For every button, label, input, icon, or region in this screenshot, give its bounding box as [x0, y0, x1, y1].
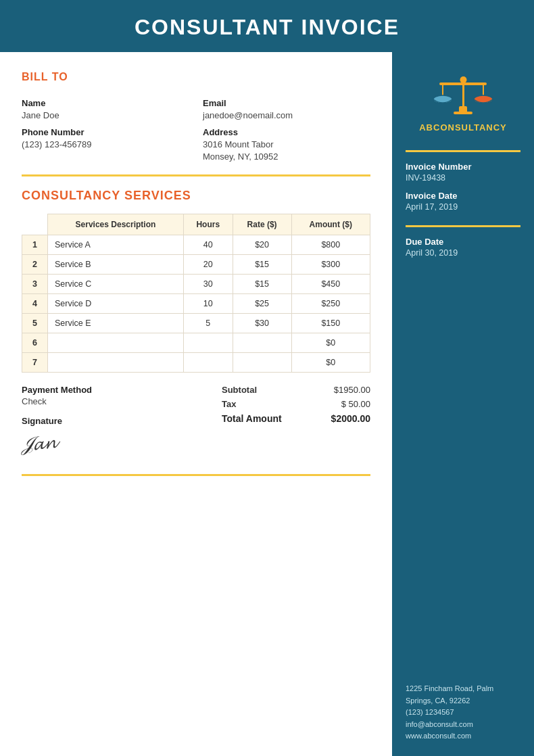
sidebar-divider-2	[406, 225, 520, 227]
row-description: Service C	[48, 274, 184, 293]
services-section: CONSULTANCY SERVICES Services Descriptio…	[22, 189, 370, 373]
logo-text: ABCONSULTANCY	[419, 122, 507, 133]
total-value: $2000.00	[323, 413, 370, 424]
email-label: Email	[203, 98, 370, 108]
left-panel: BILL TO Name Jane Doe Email janedoe@noem…	[0, 52, 392, 756]
row-number: 6	[22, 333, 48, 352]
row-rate: $15	[233, 254, 291, 274]
payment-method-value: Check	[22, 396, 222, 406]
row-number: 3	[22, 274, 48, 293]
logo-area: ABCONSULTANCY	[406, 64, 520, 133]
row-hours	[183, 333, 233, 352]
right-sidebar: ABCONSULTANCY Invoice Number INV-19438 I…	[392, 52, 534, 756]
row-description: Service D	[48, 293, 184, 313]
due-date-label: Due Date	[406, 237, 443, 247]
due-date-value: April 30, 2019	[406, 248, 458, 258]
name-label: Name	[22, 98, 189, 108]
row-hours: 40	[183, 235, 233, 254]
row-description	[48, 333, 184, 352]
row-description	[48, 352, 184, 372]
row-rate: $20	[233, 235, 291, 254]
bill-to-section: BILL TO Name Jane Doe Email janedoe@noem…	[22, 71, 370, 164]
row-description: Service B	[48, 254, 184, 274]
total-row: Total Amount $2000.00	[222, 413, 370, 424]
phone-value: (123) 123-456789	[22, 139, 189, 151]
footer-address: 1225 Fincham Road, Palm Springs, CA, 922…	[406, 683, 520, 742]
table-row: 4Service D10$25$250	[22, 293, 370, 313]
signature-image: 𝒥𝓪𝓷	[21, 431, 56, 456]
services-title: CONSULTANCY SERVICES	[22, 189, 370, 203]
row-number: 7	[22, 352, 48, 372]
row-amount: $0	[291, 333, 370, 352]
row-hours: 20	[183, 254, 233, 274]
phone-label: Phone Number	[22, 127, 189, 137]
table-row: 5Service E5$30$150	[22, 313, 370, 333]
subtotal-row: Subtotal $1950.00	[222, 385, 370, 395]
email-value: janedoe@noemail.com	[203, 110, 370, 122]
row-number: 5	[22, 313, 48, 333]
main-layout: BILL TO Name Jane Doe Email janedoe@noem…	[0, 52, 534, 756]
col-hours: Hours	[183, 214, 233, 235]
tax-value: $ 50.00	[323, 399, 370, 409]
sidebar-footer: 1225 Fincham Road, Palm Springs, CA, 922…	[406, 663, 520, 742]
total-label: Total Amount	[222, 413, 282, 424]
row-amount: $450	[291, 274, 370, 293]
col-description: Services Description	[48, 214, 184, 235]
row-description: Service E	[48, 313, 184, 333]
page-header: CONSULTANT INVOICE	[0, 0, 534, 52]
table-row: 2Service B20$15$300	[22, 254, 370, 274]
row-amount: $800	[291, 235, 370, 254]
row-amount: $300	[291, 254, 370, 274]
signature-label: Signature	[22, 416, 222, 426]
col-rate: Rate ($)	[233, 214, 291, 235]
table-row: 6$0	[22, 333, 370, 352]
table-row: 1Service A40$20$800	[22, 235, 370, 254]
row-description: Service A	[48, 235, 184, 254]
col-amount: Amount ($)	[291, 214, 370, 235]
bill-to-grid: Name Jane Doe Email janedoe@noemail.com …	[22, 93, 370, 164]
row-rate	[233, 333, 291, 352]
row-amount: $150	[291, 313, 370, 333]
tax-label: Tax	[222, 399, 236, 409]
row-hours: 5	[183, 313, 233, 333]
address-line2: Monsey, NY, 10952	[203, 151, 370, 163]
row-hours: 30	[183, 274, 233, 293]
svg-point-8	[460, 76, 467, 83]
row-rate	[233, 352, 291, 372]
payment-method-label: Payment Method	[22, 385, 222, 395]
row-rate: $30	[233, 313, 291, 333]
invoice-number-value: INV-19438	[406, 173, 445, 183]
divider-bottom	[22, 474, 370, 476]
invoice-date-label: Invoice Date	[406, 191, 458, 201]
subtotal-value: $1950.00	[323, 385, 370, 395]
row-number: 1	[22, 235, 48, 254]
bill-to-title: BILL TO	[22, 71, 370, 83]
sidebar-divider-1	[406, 150, 520, 152]
services-table: Services Description Hours Rate ($) Amou…	[22, 214, 370, 373]
row-number: 4	[22, 293, 48, 313]
divider-top	[22, 174, 370, 176]
svg-rect-1	[454, 112, 472, 114]
row-hours	[183, 352, 233, 372]
logo-consultancy: CONSULTANCY	[433, 122, 507, 133]
page-title: CONSULTANT INVOICE	[0, 15, 534, 40]
row-amount: $250	[291, 293, 370, 313]
row-rate: $25	[233, 293, 291, 313]
table-row: 3Service C30$15$450	[22, 274, 370, 293]
payment-section: Payment Method Check Signature 𝒥𝓪𝓷 Subto…	[22, 385, 370, 455]
row-hours: 10	[183, 293, 233, 313]
row-amount: $0	[291, 352, 370, 372]
address-label: Address	[203, 127, 370, 137]
table-row: 7$0	[22, 352, 370, 372]
subtotal-label: Subtotal	[222, 385, 257, 395]
row-number: 2	[22, 254, 48, 274]
address-line1: 3016 Mount Tabor	[203, 139, 370, 151]
logo-ab: AB	[419, 122, 433, 133]
payment-left: Payment Method Check Signature 𝒥𝓪𝓷	[22, 385, 222, 455]
invoice-number-label: Invoice Number	[406, 162, 472, 172]
row-rate: $15	[233, 274, 291, 293]
invoice-date-value: April 17, 2019	[406, 202, 458, 212]
totals-section: Subtotal $1950.00 Tax $ 50.00 Total Amou…	[222, 385, 370, 428]
tax-row: Tax $ 50.00	[222, 399, 370, 409]
logo-icon	[429, 64, 497, 118]
